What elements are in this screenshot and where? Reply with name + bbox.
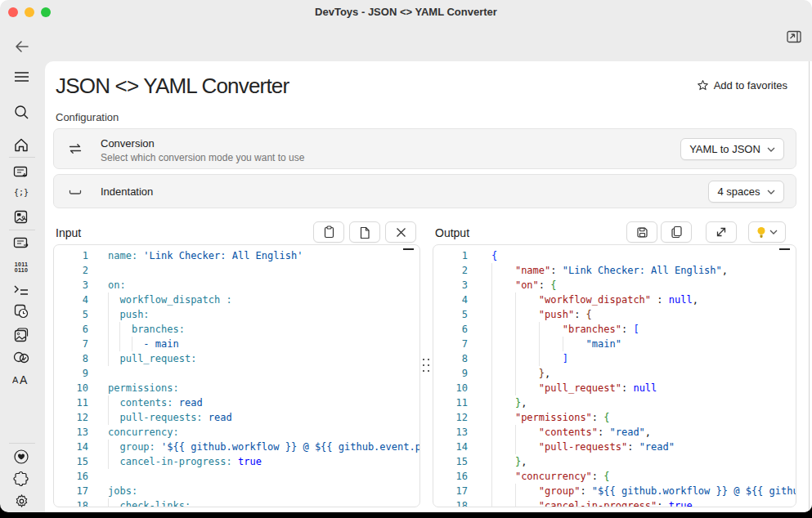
code-line: 2 "name": "Link Checker: All English", [433,263,796,278]
sidebar-separator [9,443,35,444]
conversion-swap-icon [67,141,83,157]
code-line: 4 "workflow_dispatch" : null, [433,292,796,307]
code-line: 8 pull_request: [54,351,419,366]
code-line: 18 check-links: [54,498,419,507]
input-label: Input [56,226,81,239]
sidebar-separator [9,230,35,230]
code-line: 18 "cancel-in-progress": true [433,498,796,507]
code-line: 3 "on": { [433,278,796,292]
conversion-mode-dropdown[interactable]: YAML to JSON [680,138,784,160]
binary-tools-icon[interactable]: 10110110 [11,257,32,278]
open-file-button[interactable] [349,221,380,243]
code-line: 14 group: '${{ github.workflow }} @ ${{ … [54,440,419,454]
input-scrollbar[interactable] [403,248,414,250]
code-line: 7 - main [54,337,419,351]
save-button[interactable] [626,221,657,243]
output-label: Output [435,226,469,239]
code-line: 4 workflow_dispatch : [54,292,419,307]
popout-window-icon[interactable] [786,29,802,44]
code-line: 9 }, [433,366,796,381]
typography-tools-icon[interactable]: AA [11,368,32,389]
text-converter-icon[interactable] [11,161,32,182]
code-line: 17jobs: [54,484,419,498]
indentation-setting-card: Indentation 4 spaces [53,174,796,208]
conversion-title: Conversion [101,137,155,150]
favorites-heart-icon[interactable] [11,446,32,467]
code-line: 9 [54,366,419,381]
code-line: 15 cancel-in-progress: true [54,454,419,469]
indentation-title: Indentation [101,185,153,198]
extensions-puzzle-icon[interactable] [11,468,32,489]
code-line: 8 ] [433,351,796,366]
output-editor[interactable]: 1{2 "name": "Link Checker: All English",… [433,244,796,507]
datetime-tools-icon[interactable] [11,301,32,322]
home-icon[interactable] [11,134,32,155]
titlebar: DevToys - JSON <> YAML Converter [0,0,812,25]
code-line: 11 }, [433,395,796,410]
code-line: 6 branches: [54,322,419,337]
menu-icon[interactable] [11,66,32,87]
checker-tools-icon[interactable] [11,346,32,368]
settings-gear-icon[interactable] [11,490,32,511]
converter-tools-icon[interactable] [11,232,32,253]
search-icon[interactable] [11,101,32,123]
add-to-favorites-button[interactable]: Add to favorites [697,79,787,92]
code-line: 7 "main" [433,337,796,351]
code-line: 5 "push": { [433,307,796,322]
app-window: DevToys - JSON <> YAML Converter {;} 101… [0,0,812,512]
input-editor[interactable]: 1name: 'Link Checker: All English'23on:4… [53,244,420,507]
code-line: 17 "group": "${{ github.workflow }} @ ${… [433,484,796,498]
conversion-mode-value: YAML to JSON [689,143,760,155]
code-line: 5 push: [54,307,419,322]
code-line: 12 "permissions": { [433,410,796,425]
cli-tools-icon[interactable] [11,279,32,301]
code-line: 1{ [433,248,796,263]
code-line: 11 contents: read [54,395,419,410]
svg-text:A: A [20,373,28,386]
indentation-dropdown[interactable]: 4 spaces [708,181,784,203]
configuration-label: Configuration [56,111,119,123]
window-title: DevToys - JSON <> YAML Converter [0,0,812,25]
code-line: 3on: [54,278,419,292]
output-scrollbar[interactable] [779,248,790,250]
encoder-icon[interactable] [11,206,32,227]
smart-detection-button[interactable] [748,221,786,243]
paste-button[interactable] [313,221,344,243]
code-line: 12 pull-requests: read [54,410,419,425]
add-to-favorites-label: Add to favorites [714,79,787,92]
panel-resize-grip[interactable] [423,359,430,373]
code-line: 15 }, [433,454,796,469]
code-line: 1name: 'Link Checker: All English' [54,248,419,263]
image-tools-icon[interactable] [11,324,32,346]
json-formatter-icon[interactable]: {;} [11,181,32,203]
code-line: 10 "pull_request": null [433,381,796,395]
sidebar: {;} 10110110 AA [0,25,45,512]
indentation-space-icon [67,183,83,199]
code-line: 16 [54,469,419,484]
code-line: 16 "concurrency": { [433,469,796,484]
svg-text:A: A [12,375,19,385]
content-right-border [809,61,810,512]
code-line: 13 "contents": "read", [433,425,796,440]
code-line: 6 "branches": [ [433,322,796,337]
clear-button[interactable] [385,221,416,243]
code-line: 10permissions: [54,381,419,395]
conversion-subtitle: Select which conversion mode you want to… [101,152,304,163]
sidebar-separator [9,157,35,158]
indentation-value: 4 spaces [717,185,760,198]
code-line: 14 "pull-requests": "read" [433,440,796,454]
conversion-setting-card: Conversion Select which conversion mode … [53,128,796,169]
star-icon [697,79,709,92]
code-line: 2 [54,263,419,278]
page-title: JSON <> YAML Converter [56,74,289,99]
expand-button[interactable] [706,221,737,243]
copy-button[interactable] [661,221,692,243]
code-line: 13concurrency: [54,425,419,440]
